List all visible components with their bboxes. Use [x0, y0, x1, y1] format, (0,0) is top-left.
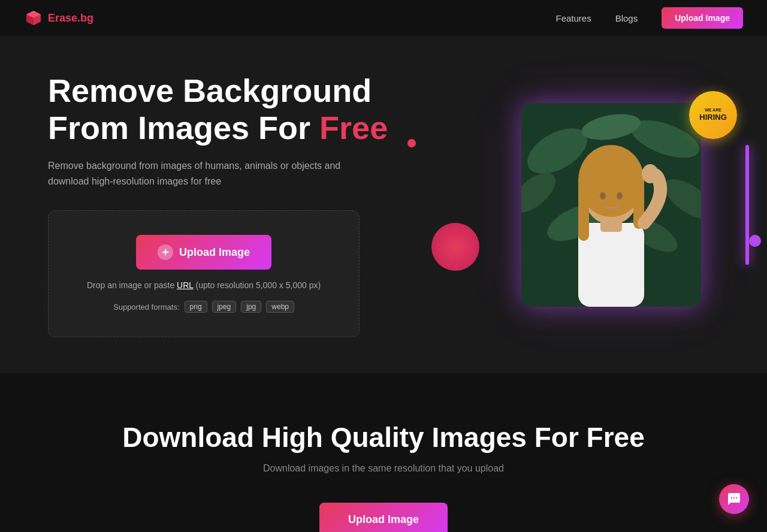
section2-subtitle: Download images in the same resolution t…	[24, 463, 743, 474]
upload-main-button[interactable]: + Upload Image	[136, 235, 271, 270]
chat-bubble[interactable]	[719, 484, 749, 514]
nav-link-features[interactable]: Features	[555, 13, 591, 23]
nav-upload-button[interactable]: Upload Image	[662, 7, 743, 29]
hero-title: Remove Background From Images For Free	[48, 72, 443, 146]
chat-icon	[727, 492, 741, 506]
format-png: png	[185, 301, 207, 313]
dot-pink-large	[431, 223, 479, 271]
drop-text: Drop an image or paste URL (upto resolut…	[87, 280, 321, 290]
url-link[interactable]: URL	[177, 280, 194, 290]
svg-point-14	[600, 192, 606, 200]
upload-box: + Upload Image Drop an image or paste UR…	[48, 210, 360, 337]
format-jpg: jpg	[241, 301, 261, 313]
hero-photo-inner	[521, 103, 701, 307]
upload-button-label: Upload Image	[179, 246, 250, 259]
logo-icon	[24, 8, 43, 28]
hero-section: Remove Background From Images For Free R…	[0, 36, 767, 373]
hiring-badge[interactable]: WE ARE HIRING	[689, 91, 737, 139]
hero-content: Remove Background From Images For Free R…	[48, 72, 443, 337]
svg-point-15	[617, 192, 623, 200]
section2-upload-button[interactable]: Upload Image	[319, 503, 448, 532]
dot-purple-medium	[749, 235, 761, 247]
format-webp: webp	[266, 301, 294, 313]
svg-rect-12	[578, 181, 589, 241]
purple-glow	[745, 145, 749, 265]
navbar: Erase.bg Features Blogs Upload Image	[0, 0, 767, 36]
format-jpeg: jpeg	[212, 301, 237, 313]
nav-links: Features Blogs Upload Image	[555, 7, 743, 29]
logo-text: Erase.bg	[48, 12, 93, 25]
formats-row: Supported formats: png jpeg jpg webp	[113, 301, 294, 313]
svg-point-16	[642, 164, 659, 183]
nav-link-blogs[interactable]: Blogs	[615, 13, 638, 23]
hiring-text: HIRING	[699, 113, 727, 122]
plus-icon: +	[158, 244, 173, 260]
hero-subtitle: Remove background from images of humans,…	[48, 158, 360, 189]
section2-title: Download High Quality Images For Free	[24, 421, 743, 454]
logo[interactable]: Erase.bg	[24, 8, 93, 28]
hero-image-area: WE ARE HIRING	[491, 103, 731, 307]
hero-image-container: WE ARE HIRING	[521, 103, 701, 307]
background-leaves	[521, 103, 701, 307]
dot-pink-top	[407, 139, 416, 147]
hero-photo	[521, 103, 701, 307]
formats-label: Supported formats:	[113, 303, 180, 312]
hiring-we-are: WE ARE	[705, 108, 721, 113]
section2: Download High Quality Images For Free Do…	[0, 373, 767, 532]
